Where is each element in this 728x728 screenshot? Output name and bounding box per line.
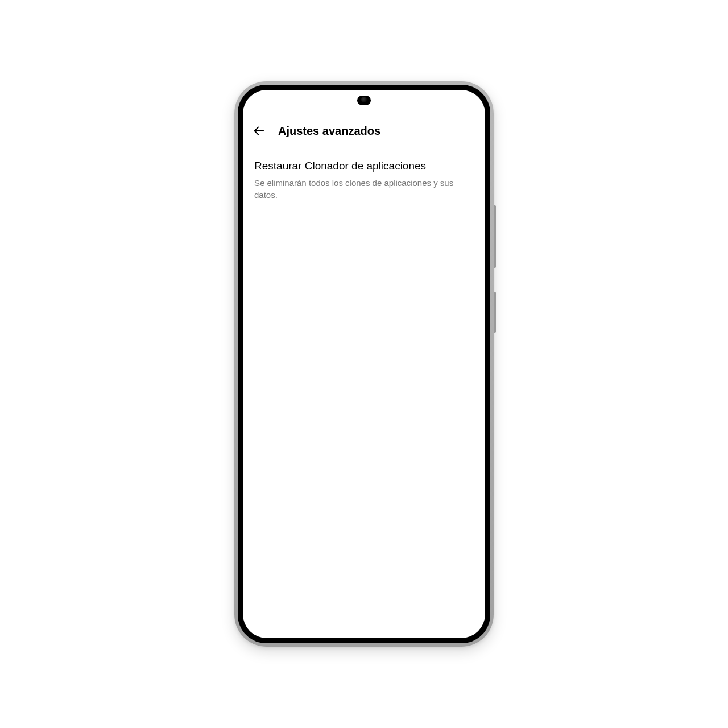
header-bar: Ajustes avanzados <box>243 114 485 148</box>
back-button[interactable] <box>252 124 266 138</box>
volume-button <box>494 205 496 268</box>
phone-bezel: Ajustes avanzados Restaurar Clonador de … <box>238 85 490 643</box>
restore-app-cloner-item[interactable]: Restaurar Clonador de aplicaciones Se el… <box>254 157 474 203</box>
arrow-left-icon <box>253 125 265 137</box>
phone-screen: Ajustes avanzados Restaurar Clonador de … <box>243 90 485 638</box>
setting-title: Restaurar Clonador de aplicaciones <box>254 159 474 173</box>
page-title: Ajustes avanzados <box>278 125 380 138</box>
power-button <box>494 292 496 333</box>
setting-description: Se eliminarán todos los clones de aplica… <box>254 177 474 201</box>
camera-lens <box>361 97 367 102</box>
content-area: Restaurar Clonador de aplicaciones Se el… <box>243 148 485 212</box>
phone-frame: Ajustes avanzados Restaurar Clonador de … <box>234 81 494 647</box>
